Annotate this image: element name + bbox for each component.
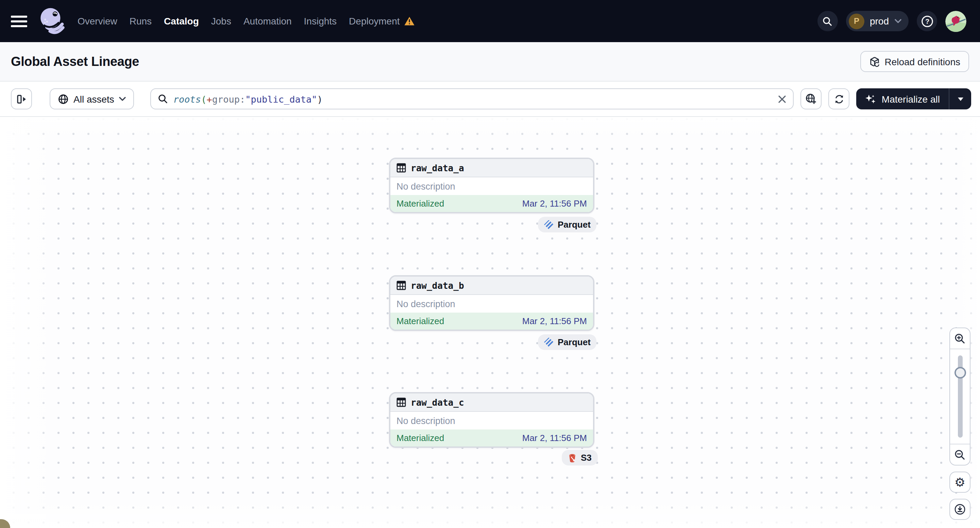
warning-triangle-icon	[404, 16, 415, 26]
nav-item-label: Overview	[78, 16, 117, 27]
asset-selection-input[interactable]: roots ( + group: "public_data" )	[150, 88, 794, 109]
dagster-app-window: Overview Runs Catalog Jobs Automation In…	[0, 0, 980, 528]
reload-definitions-button[interactable]: Reload definitions	[860, 51, 969, 72]
nav-item-runs[interactable]: Runs	[130, 16, 152, 27]
query-token-attribute: group:	[212, 94, 245, 104]
nav-item-deployment[interactable]: Deployment	[349, 16, 415, 27]
reload-definitions-icon	[869, 56, 880, 67]
reload-definitions-label: Reload definitions	[885, 56, 960, 67]
close-icon	[778, 95, 786, 103]
chevron-down-icon	[894, 18, 902, 24]
query-token-operator: +	[207, 94, 212, 104]
asset-materialized-timestamp[interactable]: Mar 2, 11:56 PM	[522, 316, 587, 326]
asset-node-header: raw_data_a	[390, 159, 593, 178]
query-token-paren: )	[317, 94, 323, 104]
zoom-slider-handle[interactable]	[954, 367, 966, 379]
query-token-string: "public_data"	[245, 94, 317, 104]
lineage-toolbar: All assets roots ( + group: "public_data…	[0, 82, 980, 117]
hamburger-menu-icon[interactable]	[11, 15, 27, 27]
panel-toggle-icon	[16, 94, 27, 104]
nav-item-label: Insights	[304, 16, 337, 27]
asset-status: Materialized	[396, 198, 444, 209]
canvas-fade-bottom	[0, 497, 980, 528]
zoom-control-panel	[950, 328, 970, 466]
canvas-fade-right	[956, 117, 980, 528]
table-icon	[396, 398, 406, 407]
asset-status-row: Materialized Mar 2, 11:56 PM	[390, 430, 593, 446]
nav-item-insights[interactable]: Insights	[304, 16, 337, 27]
storage-kind-label: Parquet	[558, 337, 591, 347]
materialize-options-dropdown[interactable]	[950, 88, 971, 109]
lineage-graph-canvas[interactable]: raw_data_a No description Materialized M…	[0, 117, 980, 528]
globe-plus-icon	[805, 93, 817, 105]
nav-right-cluster: P prod ?	[818, 11, 980, 32]
minimap-corner	[0, 519, 10, 528]
nav-item-jobs[interactable]: Jobs	[211, 16, 231, 27]
search-icon	[822, 16, 833, 26]
download-graph-button[interactable]	[950, 499, 970, 520]
canvas-fade-top	[0, 117, 980, 140]
asset-node-raw_data_a[interactable]: raw_data_a No description Materialized M…	[389, 158, 594, 213]
settings-gear-icon: ⚙	[955, 476, 966, 488]
zoom-in-button[interactable]	[950, 328, 970, 349]
zoom-in-icon	[954, 333, 966, 344]
open-side-panel-button[interactable]	[11, 88, 32, 109]
asset-description: No description	[390, 295, 593, 312]
query-token-paren: (	[201, 94, 207, 104]
s3-bucket-icon	[568, 453, 577, 462]
page-header: Global Asset Lineage Reload definitions	[0, 42, 980, 82]
refresh-icon	[834, 94, 845, 104]
asset-selection-query: roots ( + group: "public_data" )	[173, 94, 323, 104]
storage-kind-badge-parquet[interactable]: Parquet	[538, 335, 597, 350]
help-button[interactable]: ?	[917, 11, 937, 31]
asset-node-raw_data_b[interactable]: raw_data_b No description Materialized M…	[389, 275, 594, 331]
deployment-switcher[interactable]: P prod	[846, 11, 908, 31]
nav-item-label: Runs	[130, 16, 152, 27]
deployment-avatar: P	[849, 13, 864, 29]
asset-scope-label: All assets	[73, 94, 114, 104]
table-icon	[396, 163, 406, 173]
asset-materialized-timestamp[interactable]: Mar 2, 11:56 PM	[522, 198, 587, 209]
materialize-all-button[interactable]: Materialize all	[857, 88, 949, 109]
chevron-down-icon	[119, 97, 126, 101]
asset-status-row: Materialized Mar 2, 11:56 PM	[390, 195, 593, 212]
nav-links: Overview Runs Catalog Jobs Automation In…	[78, 16, 415, 27]
asset-materialized-timestamp[interactable]: Mar 2, 11:56 PM	[522, 433, 587, 443]
search-icon	[158, 94, 168, 104]
parquet-icon	[544, 338, 554, 347]
view-full-graph-button[interactable]	[801, 88, 822, 109]
storage-kind-label: S3	[581, 453, 592, 463]
asset-node-raw_data_c[interactable]: raw_data_c No description Materialized M…	[389, 392, 594, 448]
asset-scope-dropdown[interactable]: All assets	[49, 88, 134, 109]
asset-description: No description	[390, 412, 593, 430]
global-search-button[interactable]	[818, 11, 838, 31]
nav-item-label: Jobs	[211, 16, 231, 27]
asset-node-header: raw_data_b	[390, 277, 593, 295]
user-avatar[interactable]	[945, 11, 966, 32]
dagster-logo-icon[interactable]	[38, 7, 65, 35]
caret-down-icon	[957, 97, 963, 101]
nav-item-automation[interactable]: Automation	[243, 16, 292, 27]
zoom-out-button[interactable]	[950, 444, 970, 465]
storage-kind-badge-s3[interactable]: S3	[562, 450, 598, 466]
asset-name: raw_data_c	[411, 397, 464, 407]
refresh-button[interactable]	[829, 88, 850, 109]
parquet-icon	[544, 220, 554, 229]
storage-kind-badge-parquet[interactable]: Parquet	[538, 217, 597, 232]
clear-search-button[interactable]	[778, 95, 786, 103]
asset-node-header: raw_data_c	[390, 393, 593, 412]
materialize-all-split-button: Materialize all	[857, 88, 971, 109]
asset-name: raw_data_b	[411, 280, 464, 290]
canvas-fade-left	[0, 117, 61, 528]
nav-item-label: Deployment	[349, 16, 399, 27]
graph-settings-button[interactable]: ⚙	[950, 472, 970, 493]
query-token-function: roots	[173, 94, 201, 104]
sparkles-icon	[865, 94, 876, 104]
cardinal-bird-avatar-image	[945, 11, 966, 32]
svg-text:?: ?	[925, 17, 929, 25]
nav-item-catalog[interactable]: Catalog	[164, 16, 199, 27]
nav-item-overview[interactable]: Overview	[78, 16, 117, 27]
deployment-name: prod	[870, 16, 889, 27]
asset-description: No description	[390, 178, 593, 195]
top-nav: Overview Runs Catalog Jobs Automation In…	[0, 0, 980, 42]
